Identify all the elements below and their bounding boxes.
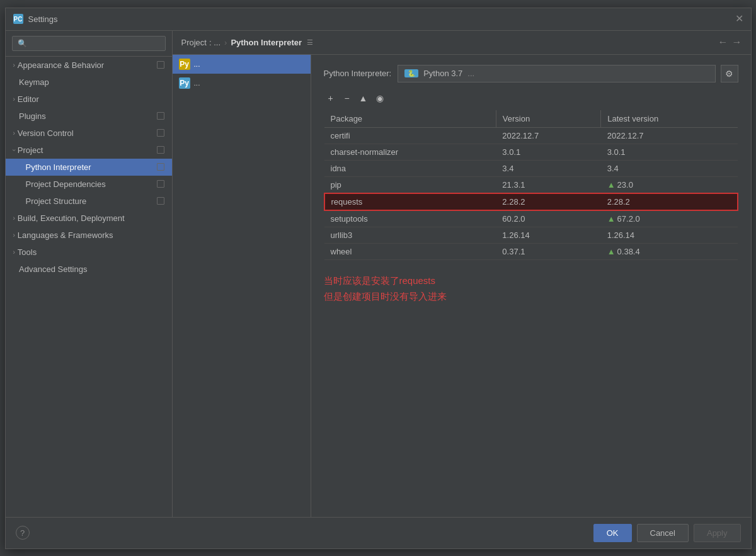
sidebar-item-version-control[interactable]: › Version Control [6, 125, 172, 142]
sidebar-item-label: Project Structure [26, 196, 87, 206]
breadcrumb-separator: › [224, 38, 227, 47]
table-row[interactable]: urllib31.26.141.26.14 [324, 227, 738, 243]
table-row[interactable]: charset-normalizer3.0.13.0.1 [324, 144, 738, 160]
window-title: Settings [28, 14, 58, 24]
external-icon [157, 146, 164, 154]
sidebar-item-appearance[interactable]: › Appearance & Behavior [6, 57, 172, 74]
col-version: Version [496, 110, 600, 128]
annotation-line2: 但是创建项目时没有导入进来 [324, 288, 738, 305]
sidebar-item-plugins[interactable]: Plugins [6, 108, 172, 125]
interpreter-row: Python Interpreter: 🐍 Python 3.7 ... ⚙ [324, 65, 738, 82]
sidebar-item-keymap[interactable]: Keymap [6, 74, 172, 91]
app-icon: PC [13, 14, 23, 24]
eye-button[interactable]: ◉ [373, 91, 387, 105]
pkg-name: certifi [324, 127, 496, 144]
arrow-down-icon: › [11, 149, 18, 150]
sidebar-item-editor[interactable]: › Editor [6, 91, 172, 108]
arrow-icon: › [13, 62, 15, 69]
nav-arrows: ← → [718, 37, 742, 48]
ok-button[interactable]: OK [593, 524, 632, 542]
sidebar-item-python-interpreter[interactable]: Python Interpreter [6, 159, 172, 176]
nav-forward-button[interactable]: → [732, 37, 742, 48]
up-package-button[interactable]: ▲ [357, 91, 370, 105]
sidebar-item-label: Version Control [18, 128, 74, 138]
table-row[interactable]: wheel0.37.1▲0.38.4 [324, 243, 738, 259]
gear-button[interactable]: ⚙ [721, 65, 738, 82]
pkg-name: charset-normalizer [324, 144, 496, 160]
upgrade-arrow-icon: ▲ [607, 180, 616, 190]
interpreter-version-detail: ... [467, 69, 474, 78]
add-package-button[interactable]: + [324, 91, 338, 105]
pkg-name: pip [324, 176, 496, 193]
table-row[interactable]: certifi2022.12.72022.12.7 [324, 127, 738, 144]
apply-button[interactable]: Apply [694, 524, 741, 542]
upgrade-arrow-icon: ▲ [607, 214, 616, 224]
pkg-name: setuptools [324, 210, 496, 227]
pkg-version: 0.37.1 [496, 243, 600, 259]
cancel-button[interactable]: Cancel [637, 524, 689, 542]
sidebar-item-tools[interactable]: › Tools [6, 244, 172, 261]
sidebar-item-label: Project [18, 145, 43, 155]
interpreter-label: Python Interpreter: [324, 69, 392, 78]
content-area: Py ... Py ... Python Interpreter: 🐍 [173, 55, 751, 517]
pkg-version: 60.2.0 [496, 210, 600, 227]
sidebar-item-label: Appearance & Behavior [18, 60, 104, 70]
sidebar-item-project-structure[interactable]: Project Structure [6, 193, 172, 210]
table-row[interactable]: requests2.28.22.28.2 [324, 193, 738, 210]
search-input[interactable] [12, 36, 166, 51]
pkg-latest: ▲67.2.0 [601, 210, 738, 227]
external-icon [157, 163, 164, 171]
pkg-name: wheel [324, 243, 496, 259]
python-icon: Py [179, 59, 190, 70]
sidebar-item-label: Tools [18, 247, 37, 257]
col-latest: Latest version [601, 110, 738, 128]
interpreter-version: Python 3.7 [423, 69, 462, 78]
project-file-name-0: ... [194, 60, 200, 69]
table-row[interactable]: pip21.3.1▲23.0 [324, 176, 738, 193]
external-icon [157, 112, 164, 120]
footer-left: ? [16, 526, 30, 540]
external-icon [157, 61, 164, 69]
pkg-latest: ▲0.38.4 [601, 243, 738, 259]
interpreter-selector[interactable]: 🐍 Python 3.7 ... [398, 65, 715, 82]
upgrade-arrow-icon: ▲ [607, 247, 616, 256]
arrow-icon: › [13, 232, 15, 239]
arrow-icon: › [13, 130, 15, 137]
external-icon [157, 180, 164, 188]
nav-back-button[interactable]: ← [718, 37, 728, 48]
pkg-version: 2.28.2 [496, 193, 600, 210]
interpreter-panel: Python Interpreter: 🐍 Python 3.7 ... ⚙ + [311, 55, 751, 517]
sidebar-item-advanced-settings[interactable]: Advanced Settings [6, 261, 172, 278]
breadcrumb-active: Python Interpreter [231, 38, 302, 47]
pkg-latest: 2.28.2 [601, 193, 738, 210]
remove-package-button[interactable]: − [340, 91, 354, 105]
pkg-name: urllib3 [324, 227, 496, 243]
close-button[interactable]: ✕ [735, 14, 743, 24]
table-row[interactable]: idna3.43.4 [324, 160, 738, 176]
edit-icon[interactable]: ☰ [307, 38, 313, 47]
sidebar: › Appearance & Behavior Keymap › Editor … [6, 31, 173, 517]
spacer [13, 113, 17, 120]
sidebar-item-build[interactable]: › Build, Execution, Deployment [6, 210, 172, 227]
project-file-item-0[interactable]: Py ... [173, 55, 311, 74]
sidebar-item-label: Advanced Settings [19, 264, 87, 274]
spacer [13, 79, 17, 86]
pkg-latest: ▲23.0 [601, 176, 738, 193]
project-file-item-1[interactable]: Py ... [173, 74, 311, 93]
sidebar-item-project-dependencies[interactable]: Project Dependencies [6, 176, 172, 193]
help-button[interactable]: ? [16, 526, 30, 540]
pkg-name: requests [324, 193, 496, 210]
main-panel: Project : ... › Python Interpreter ☰ ← →… [173, 31, 751, 517]
sidebar-item-label: Python Interpreter [26, 162, 91, 172]
pkg-version: 3.0.1 [496, 144, 600, 160]
breadcrumb-project: Project [181, 38, 207, 47]
sidebar-item-label: Editor [18, 94, 39, 104]
sidebar-item-project[interactable]: › Project [6, 142, 172, 159]
search-box [6, 31, 172, 57]
pkg-name: idna [324, 160, 496, 176]
sidebar-item-languages[interactable]: › Languages & Frameworks [6, 227, 172, 244]
external-icon [157, 129, 164, 137]
project-file-name-1: ... [194, 79, 200, 88]
breadcrumb: Project : ... › Python Interpreter ☰ ← → [173, 31, 751, 55]
table-row[interactable]: setuptools60.2.0▲67.2.0 [324, 210, 738, 227]
